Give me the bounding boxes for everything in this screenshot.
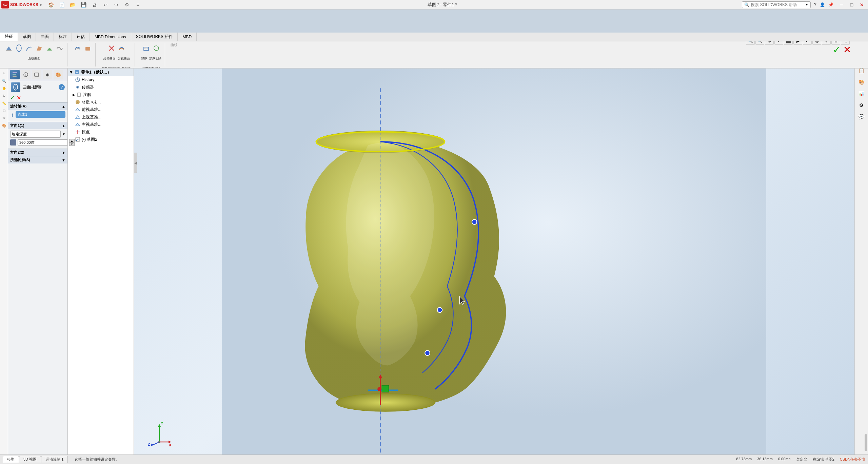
pin-icon[interactable]: 📌 bbox=[828, 2, 833, 7]
home-icon[interactable]: 🏠 bbox=[46, 1, 56, 8]
direction1-collapse-icon: ▲ bbox=[62, 124, 65, 128]
angle-input[interactable] bbox=[18, 139, 68, 146]
svg-point-41 bbox=[377, 387, 381, 391]
revolve-surface-btn[interactable] bbox=[14, 43, 24, 53]
axis-section[interactable]: 旋转轴(A) ▲ bbox=[8, 102, 67, 110]
search-dropdown-icon[interactable]: ▼ bbox=[805, 3, 808, 6]
search-input[interactable] bbox=[751, 2, 805, 7]
measure-icon[interactable]: 📏 bbox=[1, 100, 7, 107]
rt-chat-btn[interactable]: 💬 bbox=[856, 111, 867, 122]
tree-item-right-plane[interactable]: 右视基准... bbox=[68, 121, 134, 128]
view-ok-btn[interactable]: ✓ bbox=[833, 44, 841, 55]
rebuild-icon[interactable]: ⚙ bbox=[122, 1, 132, 8]
model-svg bbox=[134, 69, 854, 455]
thicken-btn[interactable]: 加厚 bbox=[140, 54, 148, 63]
knit-surface-btn[interactable] bbox=[141, 43, 151, 53]
tab-evaluate[interactable]: 评估 bbox=[72, 33, 90, 41]
svg-rect-28 bbox=[76, 137, 80, 141]
thicken-cut-btn[interactable]: 加厚切除 bbox=[149, 54, 162, 63]
status-tab-motion[interactable]: 运动算例 1 bbox=[41, 456, 68, 463]
rt-chart-btn[interactable]: 📊 bbox=[856, 88, 867, 99]
tab-sketch[interactable]: 草图 bbox=[18, 33, 36, 41]
tree-item-front-plane[interactable]: 前视基准... bbox=[68, 106, 134, 113]
ruled-surface-btn[interactable]: 直纹曲面 bbox=[27, 54, 42, 63]
zoom-icon[interactable]: 🔍 bbox=[1, 77, 7, 84]
use-surface-cut-btn[interactable]: 使用曲面切除 bbox=[141, 64, 161, 69]
tab-features[interactable]: 特征 bbox=[0, 33, 18, 41]
sweep-surface-btn[interactable] bbox=[24, 43, 34, 53]
new-icon[interactable]: 📄 bbox=[57, 1, 67, 8]
status-tab-model[interactable]: 模型 bbox=[3, 456, 19, 463]
print-icon[interactable]: 🖨 bbox=[90, 1, 99, 8]
color-icon[interactable]: 🎨 bbox=[1, 122, 7, 129]
display-manager-icon[interactable]: 🎨 bbox=[54, 70, 63, 79]
angle-spinner[interactable]: ▲ ▼ bbox=[69, 139, 75, 146]
property-manager-icon[interactable]: i bbox=[21, 70, 31, 79]
delete-face-btn[interactable] bbox=[107, 43, 116, 53]
tab-surface[interactable]: 曲面 bbox=[36, 33, 54, 41]
spin-up[interactable]: ▲ bbox=[69, 139, 75, 142]
minimize-button[interactable]: ─ bbox=[837, 1, 846, 8]
rotate-icon[interactable]: ↻ bbox=[1, 92, 7, 99]
axis-value[interactable]: 直线1 bbox=[16, 111, 65, 118]
open-icon[interactable]: 📂 bbox=[68, 1, 78, 8]
selected-profile-section[interactable]: 所选轮廓(S) ▼ bbox=[8, 156, 67, 163]
right-plane-label: 右视基准... bbox=[82, 122, 101, 128]
pan-icon[interactable]: ✋ bbox=[1, 85, 7, 92]
flatten-surface-btn[interactable] bbox=[83, 43, 93, 53]
tree-item-material[interactable]: 材质 <未... bbox=[68, 98, 134, 106]
delete-hole-btn[interactable]: 删除孔 bbox=[121, 64, 132, 69]
tab-mbd-dimensions[interactable]: MBD Dimensions bbox=[90, 33, 131, 41]
right-scrollbar-thumb[interactable] bbox=[865, 434, 867, 451]
trim-surface-btn[interactable]: 剪裁曲面 bbox=[117, 54, 131, 63]
section-icon[interactable]: ⊡ bbox=[1, 107, 7, 114]
dim-xpert-icon[interactable]: ⊕ bbox=[43, 70, 52, 79]
prop-ok-btn[interactable]: ✓ bbox=[10, 95, 15, 101]
tree-root[interactable]: ▼ 零件1（默认...） bbox=[68, 69, 134, 76]
help-icon[interactable]: ? bbox=[814, 2, 816, 7]
spin-down[interactable]: ▼ bbox=[69, 142, 75, 146]
extrude-surface-btn[interactable] bbox=[4, 43, 14, 53]
tab-mbd[interactable]: MBD bbox=[178, 33, 197, 41]
close-button[interactable]: ✕ bbox=[857, 1, 867, 8]
merge-btn[interactable] bbox=[152, 43, 161, 53]
panel-collapse-handle[interactable]: ◀ bbox=[134, 153, 137, 173]
tab-solidworks-addins[interactable]: SOLIDWORKS 插件 bbox=[131, 33, 178, 41]
search-box[interactable]: 🔍 ▼ bbox=[742, 1, 811, 8]
rt-color-btn[interactable]: 🎨 bbox=[856, 77, 867, 88]
freeform-btn[interactable] bbox=[55, 43, 64, 53]
status-tab-3d[interactable]: 3D 视图 bbox=[19, 456, 41, 463]
direction1-type-select[interactable]: 给定深度 bbox=[10, 131, 61, 138]
boundary-surface-btn[interactable] bbox=[35, 43, 44, 53]
right-toolbar: 🏠 📐 📋 🎨 📊 ⚙ 💬 bbox=[854, 41, 868, 455]
feature-manager-icon[interactable] bbox=[10, 70, 20, 79]
direction2-section[interactable]: 方向2(2) ▼ bbox=[8, 149, 67, 156]
replace-face-btn[interactable] bbox=[117, 43, 126, 53]
undo-icon[interactable]: ↩ bbox=[101, 1, 110, 8]
tree-item-annotations[interactable]: ▶ 注解 bbox=[68, 91, 134, 98]
tree-item-top-plane[interactable]: 上视基准... bbox=[68, 113, 134, 121]
rt-settings-btn[interactable]: ⚙ bbox=[856, 100, 867, 111]
tree-item-origin[interactable]: 原点 bbox=[68, 128, 134, 136]
coord-z: 0.00mn bbox=[778, 457, 791, 462]
tree-item-sensors[interactable]: 传感器 bbox=[68, 83, 134, 91]
untrim-surface-btn[interactable]: 解除剪裁曲面 bbox=[101, 64, 121, 69]
offset-surface-btn[interactable] bbox=[73, 43, 82, 53]
tree-item-history[interactable]: History bbox=[68, 76, 134, 83]
extend-surface-btn[interactable]: 延伸曲面 bbox=[103, 54, 116, 63]
redo-icon[interactable]: ↪ bbox=[112, 1, 121, 8]
options-icon[interactable]: ≡ bbox=[133, 1, 143, 8]
prop-cancel-btn[interactable]: ✕ bbox=[17, 95, 21, 101]
direction1-section[interactable]: 方向1(1) ▲ bbox=[8, 122, 67, 129]
fill-surface-btn[interactable] bbox=[45, 43, 54, 53]
user-icon[interactable]: 👤 bbox=[820, 2, 825, 7]
tree-item-sketch2[interactable]: (-) 草图2 bbox=[68, 136, 134, 143]
display-icon[interactable]: 👁 bbox=[1, 115, 7, 121]
tab-annotation[interactable]: 标注 bbox=[54, 33, 72, 41]
config-manager-icon[interactable] bbox=[32, 70, 41, 79]
save-icon[interactable]: 💾 bbox=[79, 1, 88, 8]
restore-button[interactable]: □ bbox=[847, 1, 856, 8]
prop-help-btn[interactable]: ? bbox=[59, 84, 65, 90]
view-cancel-btn[interactable]: ✕ bbox=[843, 44, 851, 55]
select-icon[interactable]: ↖ bbox=[1, 70, 7, 77]
